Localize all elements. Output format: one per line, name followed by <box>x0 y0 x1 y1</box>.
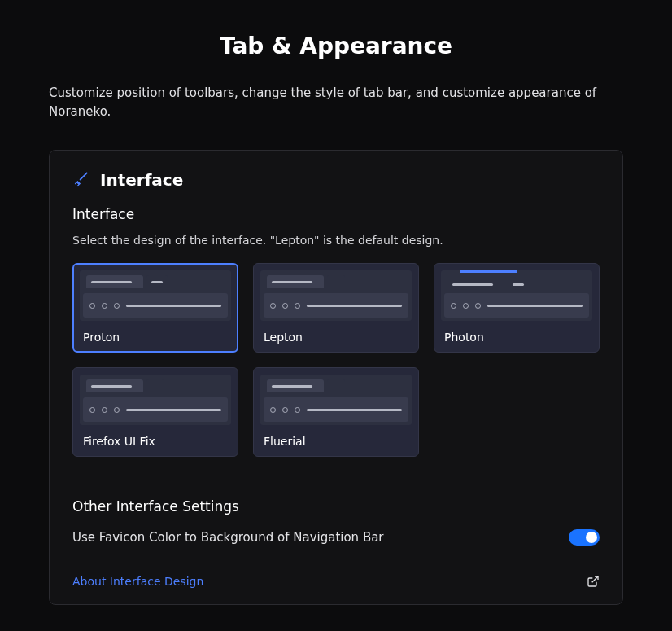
about-link-row: About Interface Design <box>72 567 600 588</box>
design-option-photon[interactable]: Photon <box>434 263 600 353</box>
design-preview <box>80 375 231 425</box>
other-settings-title: Other Interface Settings <box>72 498 600 515</box>
design-preview <box>80 270 231 321</box>
interface-card: Interface Interface Select the design of… <box>49 150 623 605</box>
design-option-proton[interactable]: Proton <box>72 263 238 353</box>
design-brush-icon <box>72 171 90 189</box>
external-link-icon[interactable] <box>587 575 600 588</box>
design-option-fluerial[interactable]: Fluerial <box>253 367 419 457</box>
design-option-lepton[interactable]: Lepton <box>253 263 419 353</box>
design-preview <box>441 270 592 321</box>
interface-section-title: Interface <box>72 206 600 222</box>
toggle-knob <box>586 532 597 543</box>
interface-section-desc: Select the design of the interface. "Lep… <box>72 234 600 247</box>
svg-line-0 <box>592 576 598 582</box>
favicon-color-row: Use Favicon Color to Background of Navig… <box>72 529 600 546</box>
design-preview <box>260 270 412 321</box>
design-grid: Proton Lepton <box>72 263 600 457</box>
design-label: Firefox UI Fix <box>80 435 231 448</box>
card-header: Interface <box>72 170 600 190</box>
favicon-color-toggle[interactable] <box>569 529 600 546</box>
design-preview <box>260 375 412 425</box>
design-option-firefox-ui-fix[interactable]: Firefox UI Fix <box>72 367 238 457</box>
divider <box>72 480 600 480</box>
design-label: Proton <box>80 331 231 344</box>
design-label: Lepton <box>260 331 412 344</box>
favicon-color-label: Use Favicon Color to Background of Navig… <box>72 530 384 545</box>
design-label: Fluerial <box>260 435 412 448</box>
about-interface-link[interactable]: About Interface Design <box>72 575 203 588</box>
design-label: Photon <box>441 331 592 344</box>
page-description: Customize position of toolbars, change t… <box>49 84 623 121</box>
card-header-title: Interface <box>100 170 183 190</box>
page-title: Tab & Appearance <box>49 33 623 59</box>
